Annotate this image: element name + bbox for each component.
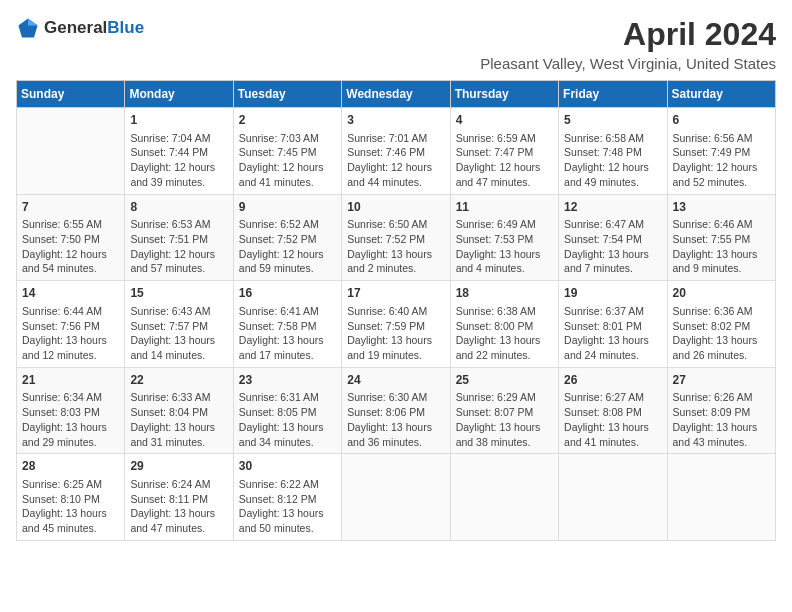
day-number: 7 bbox=[22, 199, 119, 216]
day-number: 14 bbox=[22, 285, 119, 302]
cell-content: Sunrise: 6:44 AM Sunset: 7:56 PM Dayligh… bbox=[22, 304, 119, 363]
cell-content: Sunrise: 6:52 AM Sunset: 7:52 PM Dayligh… bbox=[239, 217, 336, 276]
calendar-cell: 7Sunrise: 6:55 AM Sunset: 7:50 PM Daylig… bbox=[17, 194, 125, 281]
calendar-cell: 30Sunrise: 6:22 AM Sunset: 8:12 PM Dayli… bbox=[233, 454, 341, 541]
week-row-4: 21Sunrise: 6:34 AM Sunset: 8:03 PM Dayli… bbox=[17, 367, 776, 454]
calendar-table: SundayMondayTuesdayWednesdayThursdayFrid… bbox=[16, 80, 776, 541]
cell-content: Sunrise: 6:53 AM Sunset: 7:51 PM Dayligh… bbox=[130, 217, 227, 276]
day-number: 19 bbox=[564, 285, 661, 302]
week-row-3: 14Sunrise: 6:44 AM Sunset: 7:56 PM Dayli… bbox=[17, 281, 776, 368]
title-block: April 2024 Pleasant Valley, West Virgini… bbox=[480, 16, 776, 72]
week-row-5: 28Sunrise: 6:25 AM Sunset: 8:10 PM Dayli… bbox=[17, 454, 776, 541]
day-number: 6 bbox=[673, 112, 770, 129]
day-number: 30 bbox=[239, 458, 336, 475]
day-number: 1 bbox=[130, 112, 227, 129]
calendar-cell: 18Sunrise: 6:38 AM Sunset: 8:00 PM Dayli… bbox=[450, 281, 558, 368]
day-number: 13 bbox=[673, 199, 770, 216]
cell-content: Sunrise: 6:36 AM Sunset: 8:02 PM Dayligh… bbox=[673, 304, 770, 363]
day-number: 28 bbox=[22, 458, 119, 475]
week-row-1: 1Sunrise: 7:04 AM Sunset: 7:44 PM Daylig… bbox=[17, 108, 776, 195]
col-header-friday: Friday bbox=[559, 81, 667, 108]
day-number: 8 bbox=[130, 199, 227, 216]
cell-content: Sunrise: 6:29 AM Sunset: 8:07 PM Dayligh… bbox=[456, 390, 553, 449]
day-number: 20 bbox=[673, 285, 770, 302]
main-title: April 2024 bbox=[480, 16, 776, 53]
col-header-wednesday: Wednesday bbox=[342, 81, 450, 108]
cell-content: Sunrise: 6:33 AM Sunset: 8:04 PM Dayligh… bbox=[130, 390, 227, 449]
calendar-cell: 10Sunrise: 6:50 AM Sunset: 7:52 PM Dayli… bbox=[342, 194, 450, 281]
calendar-cell: 15Sunrise: 6:43 AM Sunset: 7:57 PM Dayli… bbox=[125, 281, 233, 368]
calendar-cell: 4Sunrise: 6:59 AM Sunset: 7:47 PM Daylig… bbox=[450, 108, 558, 195]
cell-content: Sunrise: 6:46 AM Sunset: 7:55 PM Dayligh… bbox=[673, 217, 770, 276]
day-number: 16 bbox=[239, 285, 336, 302]
cell-content: Sunrise: 6:41 AM Sunset: 7:58 PM Dayligh… bbox=[239, 304, 336, 363]
day-number: 18 bbox=[456, 285, 553, 302]
logo-general: GeneralBlue bbox=[44, 18, 144, 38]
calendar-cell: 22Sunrise: 6:33 AM Sunset: 8:04 PM Dayli… bbox=[125, 367, 233, 454]
col-header-saturday: Saturday bbox=[667, 81, 775, 108]
calendar-cell bbox=[559, 454, 667, 541]
cell-content: Sunrise: 6:24 AM Sunset: 8:11 PM Dayligh… bbox=[130, 477, 227, 536]
calendar-cell bbox=[450, 454, 558, 541]
calendar-cell: 12Sunrise: 6:47 AM Sunset: 7:54 PM Dayli… bbox=[559, 194, 667, 281]
cell-content: Sunrise: 6:49 AM Sunset: 7:53 PM Dayligh… bbox=[456, 217, 553, 276]
calendar-cell: 26Sunrise: 6:27 AM Sunset: 8:08 PM Dayli… bbox=[559, 367, 667, 454]
calendar-cell: 9Sunrise: 6:52 AM Sunset: 7:52 PM Daylig… bbox=[233, 194, 341, 281]
cell-content: Sunrise: 6:55 AM Sunset: 7:50 PM Dayligh… bbox=[22, 217, 119, 276]
calendar-cell bbox=[342, 454, 450, 541]
calendar-cell: 19Sunrise: 6:37 AM Sunset: 8:01 PM Dayli… bbox=[559, 281, 667, 368]
cell-content: Sunrise: 6:50 AM Sunset: 7:52 PM Dayligh… bbox=[347, 217, 444, 276]
day-number: 21 bbox=[22, 372, 119, 389]
cell-content: Sunrise: 6:27 AM Sunset: 8:08 PM Dayligh… bbox=[564, 390, 661, 449]
calendar-cell: 25Sunrise: 6:29 AM Sunset: 8:07 PM Dayli… bbox=[450, 367, 558, 454]
svg-marker-1 bbox=[28, 18, 38, 25]
calendar-cell: 14Sunrise: 6:44 AM Sunset: 7:56 PM Dayli… bbox=[17, 281, 125, 368]
cell-content: Sunrise: 6:40 AM Sunset: 7:59 PM Dayligh… bbox=[347, 304, 444, 363]
day-number: 9 bbox=[239, 199, 336, 216]
calendar-cell: 23Sunrise: 6:31 AM Sunset: 8:05 PM Dayli… bbox=[233, 367, 341, 454]
calendar-cell: 27Sunrise: 6:26 AM Sunset: 8:09 PM Dayli… bbox=[667, 367, 775, 454]
calendar-cell: 1Sunrise: 7:04 AM Sunset: 7:44 PM Daylig… bbox=[125, 108, 233, 195]
logo: GeneralBlue bbox=[16, 16, 144, 40]
cell-content: Sunrise: 7:03 AM Sunset: 7:45 PM Dayligh… bbox=[239, 131, 336, 190]
cell-content: Sunrise: 6:43 AM Sunset: 7:57 PM Dayligh… bbox=[130, 304, 227, 363]
cell-content: Sunrise: 6:59 AM Sunset: 7:47 PM Dayligh… bbox=[456, 131, 553, 190]
cell-content: Sunrise: 6:30 AM Sunset: 8:06 PM Dayligh… bbox=[347, 390, 444, 449]
cell-content: Sunrise: 6:37 AM Sunset: 8:01 PM Dayligh… bbox=[564, 304, 661, 363]
calendar-cell: 11Sunrise: 6:49 AM Sunset: 7:53 PM Dayli… bbox=[450, 194, 558, 281]
day-number: 15 bbox=[130, 285, 227, 302]
day-number: 2 bbox=[239, 112, 336, 129]
calendar-cell: 3Sunrise: 7:01 AM Sunset: 7:46 PM Daylig… bbox=[342, 108, 450, 195]
calendar-cell: 20Sunrise: 6:36 AM Sunset: 8:02 PM Dayli… bbox=[667, 281, 775, 368]
calendar-cell: 21Sunrise: 6:34 AM Sunset: 8:03 PM Dayli… bbox=[17, 367, 125, 454]
col-header-thursday: Thursday bbox=[450, 81, 558, 108]
day-number: 26 bbox=[564, 372, 661, 389]
calendar-cell: 17Sunrise: 6:40 AM Sunset: 7:59 PM Dayli… bbox=[342, 281, 450, 368]
calendar-cell: 28Sunrise: 6:25 AM Sunset: 8:10 PM Dayli… bbox=[17, 454, 125, 541]
cell-content: Sunrise: 6:38 AM Sunset: 8:00 PM Dayligh… bbox=[456, 304, 553, 363]
calendar-cell bbox=[667, 454, 775, 541]
col-header-sunday: Sunday bbox=[17, 81, 125, 108]
day-number: 12 bbox=[564, 199, 661, 216]
day-number: 11 bbox=[456, 199, 553, 216]
header-row: SundayMondayTuesdayWednesdayThursdayFrid… bbox=[17, 81, 776, 108]
calendar-cell: 24Sunrise: 6:30 AM Sunset: 8:06 PM Dayli… bbox=[342, 367, 450, 454]
calendar-cell: 2Sunrise: 7:03 AM Sunset: 7:45 PM Daylig… bbox=[233, 108, 341, 195]
calendar-cell: 13Sunrise: 6:46 AM Sunset: 7:55 PM Dayli… bbox=[667, 194, 775, 281]
cell-content: Sunrise: 6:31 AM Sunset: 8:05 PM Dayligh… bbox=[239, 390, 336, 449]
cell-content: Sunrise: 6:34 AM Sunset: 8:03 PM Dayligh… bbox=[22, 390, 119, 449]
day-number: 27 bbox=[673, 372, 770, 389]
day-number: 4 bbox=[456, 112, 553, 129]
day-number: 24 bbox=[347, 372, 444, 389]
cell-content: Sunrise: 6:47 AM Sunset: 7:54 PM Dayligh… bbox=[564, 217, 661, 276]
col-header-monday: Monday bbox=[125, 81, 233, 108]
day-number: 23 bbox=[239, 372, 336, 389]
col-header-tuesday: Tuesday bbox=[233, 81, 341, 108]
day-number: 3 bbox=[347, 112, 444, 129]
day-number: 5 bbox=[564, 112, 661, 129]
day-number: 22 bbox=[130, 372, 227, 389]
cell-content: Sunrise: 6:26 AM Sunset: 8:09 PM Dayligh… bbox=[673, 390, 770, 449]
week-row-2: 7Sunrise: 6:55 AM Sunset: 7:50 PM Daylig… bbox=[17, 194, 776, 281]
subtitle: Pleasant Valley, West Virginia, United S… bbox=[480, 55, 776, 72]
day-number: 29 bbox=[130, 458, 227, 475]
